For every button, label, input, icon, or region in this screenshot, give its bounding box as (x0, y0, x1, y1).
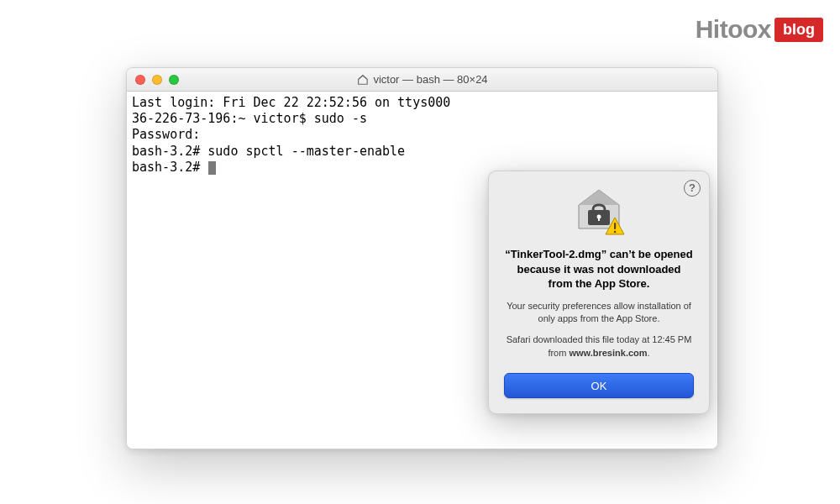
terminal-line: bash-3.2# sudo spctl --master-enable (132, 144, 405, 159)
terminal-line: Password: (132, 127, 200, 142)
alert-source: Safari downloaded this file today at 12:… (504, 333, 694, 360)
ok-button[interactable]: OK (504, 373, 694, 398)
minimize-button[interactable] (152, 75, 162, 85)
alert-source-suffix: . (648, 348, 650, 358)
traffic-lights (127, 75, 179, 85)
alert-body: Your security preferences allow installa… (504, 300, 694, 326)
alert-source-host: www.bresink.com (569, 348, 647, 358)
cursor-icon (208, 161, 216, 175)
help-button[interactable]: ? (684, 180, 701, 197)
svg-rect-4 (614, 223, 616, 229)
watermark: Hitoox blog (696, 15, 823, 44)
terminal-line: Last login: Fri Dec 22 22:52:56 on ttys0… (132, 95, 450, 110)
window-title-text: victor — bash — 80×24 (373, 73, 487, 86)
titlebar[interactable]: victor — bash — 80×24 (127, 68, 717, 92)
close-button[interactable] (135, 75, 145, 85)
watermark-badge: blog (774, 18, 823, 42)
window-title: victor — bash — 80×24 (356, 73, 487, 86)
alert-title: “TinkerTool-2.dmg” can’t be opened becau… (504, 247, 694, 291)
home-icon (356, 74, 368, 86)
gatekeeper-dialog: ? “TinkerTool-2.dmg” can’t be opened bec… (488, 171, 710, 414)
watermark-brand: Hitoox (696, 15, 771, 44)
terminal-line: bash-3.2# (132, 160, 207, 175)
zoom-button[interactable] (169, 75, 179, 85)
terminal-line: 36-226-73-196:~ victor$ sudo -s (132, 111, 367, 126)
security-icon (573, 188, 625, 237)
svg-rect-3 (598, 217, 600, 221)
svg-point-5 (614, 231, 617, 234)
